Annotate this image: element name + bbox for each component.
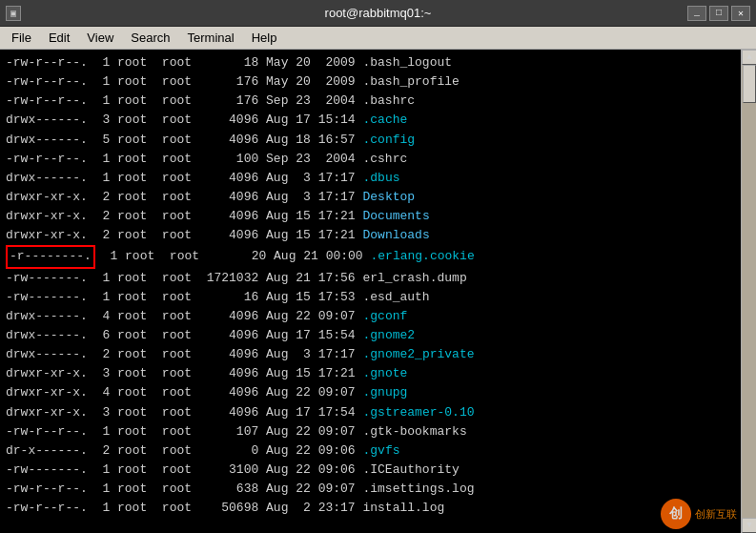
menu-bar: FileEditViewSearchTerminalHelp (0, 27, 756, 50)
terminal-line: drwx------. 6 root root 4096 Aug 17 15:5… (6, 326, 735, 345)
terminal-line: -rw-r--r--. 1 root root 638 Aug 22 09:07… (6, 480, 735, 499)
menu-item-file[interactable]: File (4, 29, 39, 47)
watermark-text: 创新互联 (695, 507, 737, 522)
scrollbar[interactable]: ▲ ▼ (741, 50, 756, 533)
menu-item-help[interactable]: Help (244, 29, 285, 47)
terminal-line: -rw-r--r--. 1 root root 107 Aug 22 09:07… (6, 422, 735, 441)
terminal-line: dr-x------. 2 root root 0 Aug 22 09:06 .… (6, 441, 735, 461)
terminal-line: drwxr-xr-x. 3 root root 4096 Aug 15 17:2… (6, 364, 735, 383)
terminal-line: -rw-------. 1 root root 1721032 Aug 21 1… (6, 269, 735, 288)
title-bar: ▣ root@rabbitmq01:~ _ □ ✕ (0, 0, 756, 27)
terminal-line: drwxr-xr-x. 3 root root 4096 Aug 17 17:5… (6, 403, 735, 422)
terminal-line: drwx------. 5 root root 4096 Aug 18 16:5… (6, 131, 735, 150)
scroll-track[interactable] (742, 65, 756, 518)
menu-item-search[interactable]: Search (123, 29, 177, 47)
terminal-area: -rw-r--r--. 1 root root 18 May 20 2009 .… (0, 50, 756, 533)
close-button[interactable]: ✕ (731, 6, 750, 21)
terminal-line: -rw-------. 1 root root 16 Aug 15 17:53 … (6, 288, 735, 307)
terminal-line: -rw-r--r--. 1 root root 18 May 20 2009 .… (6, 53, 735, 72)
terminal-line: -rw-r--r--. 1 root root 176 Sep 23 2004 … (6, 92, 735, 111)
terminal-line: -rw-r--r--. 1 root root 100 Sep 23 2004 … (6, 150, 735, 169)
maximize-button[interactable]: □ (709, 6, 728, 21)
terminal-line: -rw-r--r--. 1 root root 50698 Aug 2 23:1… (6, 499, 735, 518)
terminal-line: -rw-------. 1 root root 3100 Aug 22 09:0… (6, 461, 735, 480)
terminal-line: drwx------. 3 root root 4096 Aug 17 15:1… (6, 111, 735, 130)
scroll-up-button[interactable]: ▲ (742, 50, 756, 65)
terminal-line: drwx------. 2 root root 4096 Aug 3 17:17… (6, 345, 735, 364)
scroll-thumb[interactable] (743, 65, 756, 103)
menu-item-edit[interactable]: Edit (41, 29, 77, 47)
watermark: 创 创新互联 (661, 499, 737, 529)
title-bar-left: ▣ (6, 6, 21, 21)
terminal-line: drwxr-xr-x. 4 root root 4096 Aug 22 09:0… (6, 383, 735, 402)
terminal-line: drwx------. 4 root root 4096 Aug 22 09:0… (6, 307, 735, 326)
terminal-line: -r--------. 1 root root 20 Aug 21 00:00 … (6, 245, 735, 268)
terminal-line: -rw-r--r--. 1 root root 176 May 20 2009 … (6, 72, 735, 92)
terminal-line: drwxr-xr-x. 2 root root 4096 Aug 15 17:2… (6, 207, 735, 226)
window-title: root@rabbitmq01:~ (325, 6, 432, 20)
menu-item-view[interactable]: View (79, 29, 121, 47)
terminal-line: drwxr-xr-x. 2 root root 4096 Aug 15 17:2… (6, 226, 735, 245)
watermark-logo: 创 (661, 499, 691, 529)
terminal-line: drwx------. 1 root root 4096 Aug 3 17:17… (6, 169, 735, 188)
terminal-line: drwxr-xr-x. 2 root root 4096 Aug 3 17:17… (6, 188, 735, 207)
menu-item-terminal[interactable]: Terminal (180, 29, 242, 47)
scroll-down-button[interactable]: ▼ (742, 518, 756, 533)
terminal-icon: ▣ (6, 6, 21, 21)
window-controls: _ □ ✕ (687, 6, 750, 21)
minimize-button[interactable]: _ (687, 6, 706, 21)
terminal-content: -rw-r--r--. 1 root root 18 May 20 2009 .… (0, 50, 741, 533)
